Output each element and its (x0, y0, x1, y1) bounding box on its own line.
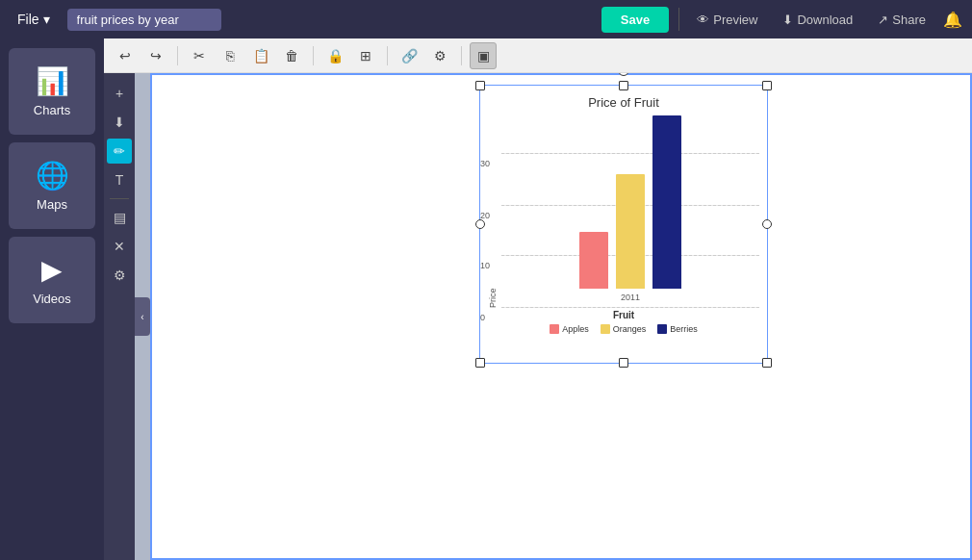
collapse-panel-button[interactable]: ‹ (135, 297, 150, 336)
y-tick-20: 20 (480, 211, 490, 220)
tool-divider (110, 198, 129, 199)
maps-label: Maps (37, 197, 67, 212)
close-tool-button[interactable]: ✕ (107, 234, 132, 259)
file-menu[interactable]: File ▾ (10, 8, 58, 31)
settings-tool-button[interactable]: ⚙ (107, 263, 132, 288)
handle-bottom-middle[interactable] (619, 358, 628, 368)
undo-button[interactable]: ↩ (112, 42, 139, 69)
legend-label-oranges: Oranges (613, 324, 647, 334)
table-tool-button[interactable]: ▤ (107, 205, 132, 230)
x-axis-title: Fruit (488, 310, 759, 320)
preview-label: Preview (713, 13, 757, 27)
grid-line-0: 0 (501, 307, 759, 308)
videos-icon: ▶ (41, 254, 63, 286)
bars-group (511, 115, 750, 289)
y-tick-10: 10 (480, 261, 490, 270)
legend-color-apples (550, 324, 559, 334)
share-icon: ↗ (878, 13, 888, 27)
maps-icon: 🌐 (36, 160, 69, 191)
rotate-handle[interactable] (618, 73, 629, 76)
sidebar-item-charts[interactable]: 📊 Charts (9, 48, 95, 135)
handle-bottom-left[interactable] (475, 358, 485, 368)
bar-berries (652, 115, 681, 289)
handle-top-right[interactable] (762, 81, 772, 90)
legend-item-berries: Berries (657, 324, 698, 334)
left-sidebar: 📊 Charts 🌐 Maps ▶ Videos (0, 38, 104, 560)
lock-button[interactable]: 🔒 (321, 42, 348, 69)
chart-inner: Price of Fruit Price 30 20 (480, 86, 767, 363)
videos-label: Videos (33, 292, 71, 306)
select-button[interactable]: ▣ (470, 42, 497, 69)
document-title-input[interactable] (67, 9, 221, 31)
bar-apples (579, 232, 608, 289)
grid-button[interactable]: ⊞ (352, 42, 379, 69)
pen-tool-button[interactable]: ✏ (107, 139, 132, 164)
canvas-wrapper: ↩ ↪ ✂ ⎘ 📋 🗑 🔒 ⊞ 🔗 ⚙ ▣ + ⬇ ✏ T (104, 38, 972, 560)
legend-label-apples: Apples (562, 324, 589, 334)
chart-plot: Price 30 20 10 (488, 115, 759, 308)
main-area: 📊 Charts 🌐 Maps ▶ Videos ↩ ↪ ✂ ⎘ 📋 🗑 🔒 ⊞… (0, 38, 972, 560)
handle-middle-right[interactable] (762, 219, 772, 229)
canvas-area[interactable]: + ⬇ ✏ T ▤ ✕ ⚙ ‹ (104, 73, 972, 560)
x-axis-year: 2011 (621, 293, 640, 302)
link-button[interactable]: 🔗 (396, 42, 422, 69)
canvas-page: Price of Fruit Price 30 20 (150, 73, 972, 560)
legend-item-oranges: Oranges (601, 324, 647, 334)
chart-legend: Apples Oranges Berries (488, 324, 759, 334)
more-button[interactable]: ⚙ (426, 42, 453, 69)
chart-element[interactable]: Price of Fruit Price 30 20 (479, 85, 768, 364)
legend-color-oranges (601, 324, 610, 334)
legend-color-berries (657, 324, 667, 334)
redo-button[interactable]: ↪ (142, 42, 169, 69)
share-button[interactable]: ↗ Share (870, 9, 934, 31)
paste-button[interactable]: 📋 (247, 42, 274, 69)
legend-label-berries: Berries (670, 324, 698, 334)
charts-label: Charts (34, 103, 70, 117)
preview-button[interactable]: 👁 Preview (689, 9, 765, 31)
download-tool-button[interactable]: ⬇ (107, 110, 132, 135)
toolbar-divider-4 (461, 46, 462, 65)
file-label: File (17, 12, 39, 27)
handle-top-left[interactable] (475, 81, 485, 90)
preview-icon: 👁 (697, 13, 709, 27)
text-tool-button[interactable]: T (107, 167, 132, 192)
topbar-divider (678, 8, 679, 31)
legend-item-apples: Apples (550, 324, 589, 334)
delete-button[interactable]: 🗑 (278, 42, 305, 69)
sidebar-item-maps[interactable]: 🌐 Maps (9, 142, 95, 229)
y-tick-30: 30 (480, 159, 490, 168)
charts-icon: 📊 (36, 65, 69, 97)
toolbar-strip: ↩ ↪ ✂ ⎘ 📋 🗑 🔒 ⊞ 🔗 ⚙ ▣ (104, 38, 972, 73)
share-label: Share (892, 13, 926, 27)
toolbar-divider-2 (313, 46, 314, 65)
bar-oranges (616, 174, 645, 289)
notification-icon[interactable]: 🔔 (943, 11, 962, 29)
chart-title: Price of Fruit (488, 95, 759, 110)
handle-bottom-right[interactable] (762, 358, 772, 368)
cut-button[interactable]: ✂ (186, 42, 213, 69)
y-tick-0: 0 (480, 313, 485, 322)
sidebar-item-videos[interactable]: ▶ Videos (9, 237, 95, 323)
add-tool-button[interactable]: + (107, 81, 132, 106)
topbar: File ▾ Save 👁 Preview ⬇ Download ↗ Share… (0, 0, 972, 38)
toolbar-divider-1 (177, 46, 178, 65)
file-chevron-icon: ▾ (43, 12, 50, 27)
download-label: Download (797, 13, 853, 27)
save-button[interactable]: Save (601, 7, 669, 33)
handle-middle-left[interactable] (475, 219, 485, 229)
handle-top-middle[interactable] (619, 81, 628, 90)
left-tools-panel: + ⬇ ✏ T ▤ ✕ ⚙ (104, 73, 135, 560)
copy-button[interactable]: ⎘ (217, 42, 243, 69)
download-icon: ⬇ (782, 13, 793, 27)
chart-plot-area: 30 20 10 0 (501, 115, 759, 308)
toolbar-divider-3 (387, 46, 388, 65)
download-button[interactable]: ⬇ Download (775, 9, 860, 31)
